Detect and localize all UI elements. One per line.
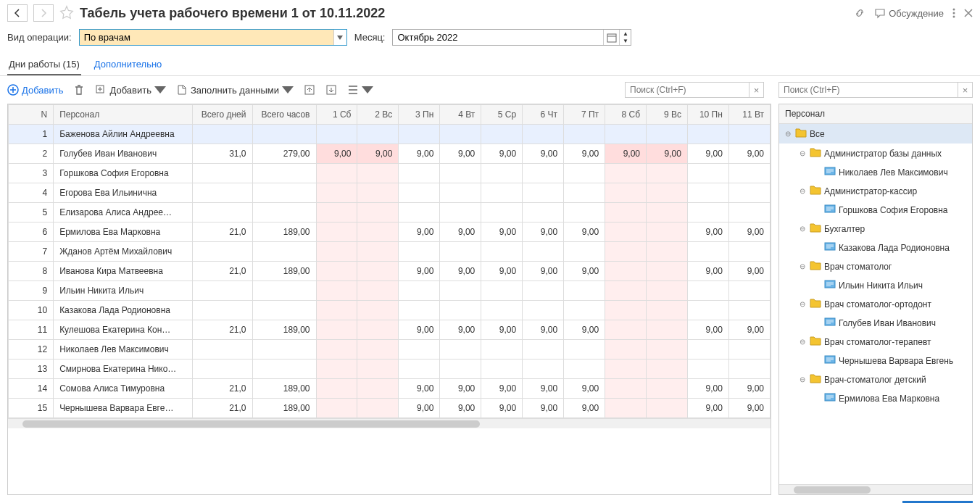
page-title: Табель учета рабочего времени 1 от 10.11… xyxy=(80,6,385,21)
table-row[interactable]: 3Горшкова София Егоровна xyxy=(9,164,771,183)
table-row[interactable]: 14Сомова Алиса Тимуровна21,0189,009,009,… xyxy=(9,379,771,399)
folder-icon xyxy=(810,298,821,310)
tree-leaf-item[interactable]: Николаев Лев Максимович xyxy=(779,163,972,181)
table-row[interactable]: 2Голубев Иван Иванович31,0279,009,009,00… xyxy=(9,144,771,164)
operation-dropdown-btn[interactable] xyxy=(333,30,346,45)
card-icon xyxy=(824,317,836,328)
tree-folder-item[interactable]: ⊖Врач-стоматолог детский xyxy=(779,370,972,389)
tree-toggle-icon[interactable]: ⊖ xyxy=(798,300,807,309)
table-row[interactable]: 6Ермилова Ева Марковна21,0189,009,009,00… xyxy=(9,223,771,242)
list-view-button[interactable] xyxy=(347,84,373,96)
table-row[interactable]: 8Иванова Кира Матвеевна21,0189,009,009,0… xyxy=(9,262,771,281)
side-search[interactable]: × xyxy=(778,82,973,98)
tree-leaf-item[interactable]: Ильин Никита Ильич xyxy=(779,276,972,294)
operation-label: Вид операции: xyxy=(7,32,72,43)
folder-icon xyxy=(810,260,821,273)
back-button[interactable] xyxy=(7,4,28,22)
close-icon[interactable] xyxy=(964,9,973,17)
discuss-button[interactable]: Обсуждение xyxy=(874,7,944,19)
card-icon xyxy=(824,393,836,404)
tree-toggle-icon[interactable]: ⊖ xyxy=(798,338,807,346)
folder-icon xyxy=(810,373,821,386)
card-icon xyxy=(824,242,836,253)
side-scrollbar[interactable] xyxy=(779,484,972,494)
month-label: Месяц: xyxy=(354,32,386,43)
operation-input[interactable] xyxy=(80,30,333,45)
card-icon xyxy=(824,167,836,178)
personnel-tree[interactable]: ⊖Все⊖Администратор базы данныхНиколаев Л… xyxy=(779,124,972,484)
svg-point-0 xyxy=(953,9,955,11)
tree-toggle-icon[interactable]: ⊖ xyxy=(798,187,807,196)
table-row[interactable]: 9Ильин Никита Ильич xyxy=(9,281,771,301)
more-icon[interactable] xyxy=(952,7,955,19)
move-up-button[interactable] xyxy=(304,84,315,96)
forward-button[interactable] xyxy=(33,4,54,22)
folder-icon xyxy=(795,128,807,140)
table-row[interactable]: 15Чернышева Варвара Евге…21,0189,009,009… xyxy=(9,399,771,418)
month-field[interactable]: ▲▼ xyxy=(392,29,631,46)
folder-icon xyxy=(810,223,821,235)
svg-rect-3 xyxy=(607,34,616,42)
tree-toggle-icon[interactable]: ⊖ xyxy=(798,262,807,271)
operation-dropdown[interactable] xyxy=(79,29,347,46)
calendar-icon[interactable] xyxy=(603,30,619,45)
star-icon[interactable] xyxy=(59,5,74,22)
tab-workdays[interactable]: Дни работы (15) xyxy=(7,54,81,75)
table-row[interactable]: 1Баженова Айлин Андреевна xyxy=(9,125,771,144)
tree-leaf-item[interactable]: Ермилова Ева Марковна xyxy=(779,389,972,407)
table-row[interactable]: 5Елизарова Алиса Андрее… xyxy=(9,203,771,223)
tree-folder-item[interactable]: ⊖Администратор-кассир xyxy=(779,181,972,201)
folder-icon xyxy=(810,336,821,348)
tree-leaf-item[interactable]: Горшкова София Егоровна xyxy=(779,201,972,219)
tree-toggle-icon[interactable]: ⊖ xyxy=(798,225,807,233)
add-button[interactable]: Добавить xyxy=(7,84,63,96)
folder-icon xyxy=(810,185,821,197)
tree-leaf-item[interactable]: Голубев Иван Иванович xyxy=(779,314,972,332)
side-panel-header: Персонал xyxy=(779,104,972,124)
table-row[interactable]: 10Казакова Лада Родионовна xyxy=(9,301,771,320)
table-search-input[interactable] xyxy=(626,83,749,97)
tree-folder-item[interactable]: ⊖Врач стоматолог-терапевт xyxy=(779,332,972,352)
move-down-button[interactable] xyxy=(325,84,337,96)
card-icon xyxy=(824,204,836,215)
svg-point-1 xyxy=(953,12,955,14)
table-search[interactable]: × xyxy=(625,82,764,98)
tree-toggle-icon[interactable]: ⊖ xyxy=(784,130,792,138)
card-icon xyxy=(824,280,836,291)
side-search-clear[interactable]: × xyxy=(958,83,972,97)
month-input[interactable] xyxy=(393,30,603,45)
table-search-clear[interactable]: × xyxy=(749,83,763,97)
tree-leaf-item[interactable]: Чернышева Варвара Евгень xyxy=(779,352,972,370)
delete-button[interactable] xyxy=(73,84,85,96)
tree-toggle-icon[interactable]: ⊖ xyxy=(798,375,807,384)
table-row[interactable]: 11Кулешова Екатерина Кон…21,0189,009,009… xyxy=(9,320,771,340)
table-row[interactable]: 4Егорова Ева Ильинична xyxy=(9,183,771,203)
tree-leaf-item[interactable]: Казакова Лада Родионовна xyxy=(779,238,972,257)
fill-data-button[interactable]: Заполнить данными xyxy=(176,84,294,96)
tab-extra[interactable]: Дополнительно xyxy=(93,54,164,75)
table-row[interactable]: 13Смирнова Екатерина Нико… xyxy=(9,359,771,379)
horizontal-scrollbar[interactable] xyxy=(8,418,771,428)
side-search-input[interactable] xyxy=(779,83,958,97)
table-row[interactable]: 7Жданов Артём Михайлович xyxy=(9,242,771,262)
svg-point-2 xyxy=(953,16,955,18)
tree-folder-item[interactable]: ⊖Все xyxy=(779,124,972,144)
tree-folder-item[interactable]: ⊖Администратор базы данных xyxy=(779,144,972,163)
tree-folder-item[interactable]: ⊖Врач стоматолог-ортодонт xyxy=(779,294,972,314)
tree-toggle-icon[interactable]: ⊖ xyxy=(798,149,807,158)
link-icon[interactable] xyxy=(854,7,865,19)
add-dropdown-button[interactable]: Добавить xyxy=(95,84,165,96)
folder-icon xyxy=(810,147,821,159)
tree-folder-item[interactable]: ⊖Врач стоматолог xyxy=(779,257,972,276)
card-icon xyxy=(824,355,836,366)
month-spinner[interactable]: ▲▼ xyxy=(619,30,631,45)
table-row[interactable]: 12Николаев Лев Максимович xyxy=(9,340,771,359)
tree-folder-item[interactable]: ⊖Бухгалтер xyxy=(779,219,972,238)
timesheet-table[interactable]: NПерсоналВсего днейВсего часов1 Сб2 Вс3 … xyxy=(7,104,771,495)
